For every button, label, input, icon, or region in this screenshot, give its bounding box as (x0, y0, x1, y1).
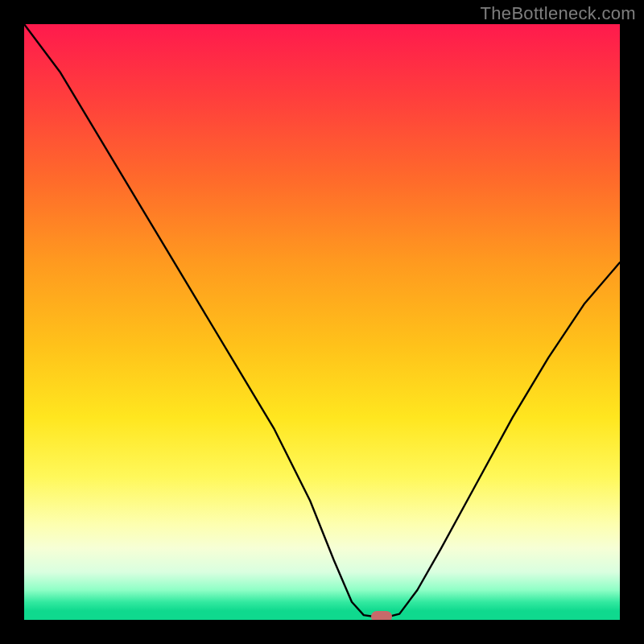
optimal-point-marker (371, 611, 392, 620)
bottleneck-curve (24, 24, 620, 617)
curve-layer (24, 24, 620, 620)
chart-frame: TheBottleneck.com (0, 0, 644, 644)
watermark-text: TheBottleneck.com (481, 3, 636, 24)
plot-area (24, 24, 620, 620)
